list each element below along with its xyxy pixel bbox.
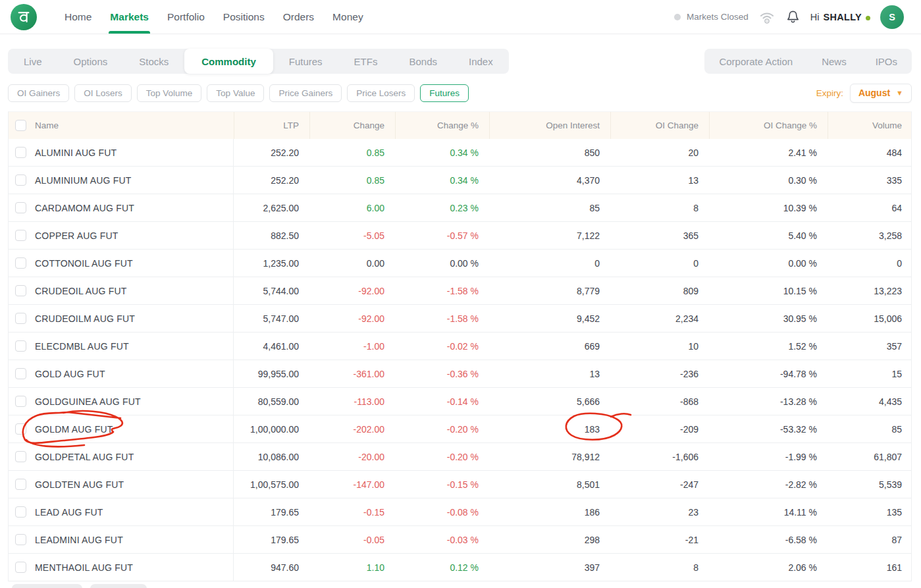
row-checkbox[interactable] <box>15 396 26 407</box>
row-checkbox[interactable] <box>15 285 26 296</box>
row-checkbox[interactable] <box>15 202 26 213</box>
table-row[interactable]: MENTHAOIL AUG FUT 947.60 1.10 0.12 % 397… <box>9 554 911 581</box>
nav-item-home[interactable]: Home <box>55 0 101 34</box>
tab-stocks[interactable]: Stocks <box>123 49 184 74</box>
volume-cell: 484 <box>828 139 912 166</box>
ltp-cell: 2,625.00 <box>234 194 309 221</box>
table-row[interactable]: GOLDM AUG FUT 1,00,000.00 -202.00 -0.20 … <box>9 415 911 443</box>
oi-change-pct-cell: 30.95 % <box>709 305 828 332</box>
ltp-cell: 5,744.00 <box>234 277 309 304</box>
chip-oi-losers[interactable]: OI Losers <box>74 84 132 102</box>
table-row[interactable]: ELECDMBL AUG FUT 4,461.00 -1.00 -0.02 % … <box>9 333 911 360</box>
row-checkbox[interactable] <box>15 506 26 518</box>
row-checkbox[interactable] <box>15 423 26 435</box>
notifications-bell-icon[interactable] <box>785 9 801 24</box>
name-cell: GOLDPETAL AUG FUT <box>9 443 234 470</box>
bottom-pill-button-2[interactable] <box>90 584 147 588</box>
table-row[interactable]: COPPER AUG FUT 882.50 -5.05 -0.57 % 7,12… <box>9 222 911 250</box>
row-checkbox[interactable] <box>15 368 26 379</box>
dhan-logo[interactable] <box>11 4 37 30</box>
row-checkbox[interactable] <box>15 562 26 573</box>
select-all-checkbox[interactable] <box>15 120 26 131</box>
tab-ipos[interactable]: IPOs <box>861 49 912 74</box>
change-cell: 0.85 <box>309 139 395 166</box>
table-row[interactable]: LEADMINI AUG FUT 179.65 -0.05 -0.03 % 29… <box>9 526 911 554</box>
nav-item-portfolio[interactable]: Portfolio <box>158 0 214 34</box>
chip-futures[interactable]: Futures <box>420 84 469 102</box>
open-interest-cell: 397 <box>489 554 610 581</box>
row-checkbox[interactable] <box>15 313 26 324</box>
market-status: Markets Closed <box>674 12 749 22</box>
name-cell: COTTONOIL AUG FUT <box>9 250 234 277</box>
volume-cell: 3,258 <box>828 222 912 249</box>
table-row[interactable]: GOLD AUG FUT 99,955.00 -361.00 -0.36 % 1… <box>9 360 911 388</box>
chip-price-gainers[interactable]: Price Gainers <box>269 84 342 102</box>
name-cell: ELECDMBL AUG FUT <box>9 333 234 360</box>
change-cell: -0.15 <box>309 498 395 525</box>
tab-index[interactable]: Index <box>453 49 509 74</box>
table-row[interactable]: CARDAMOM AUG FUT 2,625.00 6.00 0.23 % 85… <box>9 194 911 222</box>
oi-change-pct-cell: 10.39 % <box>709 194 828 221</box>
row-checkbox[interactable] <box>15 230 26 241</box>
row-checkbox[interactable] <box>15 340 26 352</box>
table-row[interactable]: GOLDTEN AUG FUT 1,00,575.00 -147.00 -0.1… <box>9 471 911 498</box>
column-label-open-interest: Open Interest <box>489 112 610 139</box>
tab-bonds[interactable]: Bonds <box>393 49 453 74</box>
chip-oi-gainers[interactable]: OI Gainers <box>8 84 69 102</box>
row-checkbox[interactable] <box>15 479 26 490</box>
tab-live[interactable]: Live <box>8 49 58 74</box>
change-cell: -1.00 <box>309 333 395 360</box>
chip-price-losers[interactable]: Price Losers <box>347 84 415 102</box>
tab-etfs[interactable]: ETFs <box>338 49 394 74</box>
oi-change-cell: -1,606 <box>610 443 709 470</box>
row-checkbox[interactable] <box>15 174 26 186</box>
row-checkbox[interactable] <box>15 147 26 158</box>
instrument-name: GOLDPETAL AUG FUT <box>35 452 134 462</box>
tab-options[interactable]: Options <box>58 49 124 74</box>
volume-cell: 15,006 <box>828 305 912 332</box>
table-row[interactable]: LEAD AUG FUT 179.65 -0.15 -0.08 % 186 23… <box>9 498 911 526</box>
change-pct-cell: 0.34 % <box>395 139 489 166</box>
change-cell: 1.10 <box>309 554 395 581</box>
chip-top-value[interactable]: Top Value <box>207 84 264 102</box>
oi-change-pct-cell: 0.00 % <box>709 250 828 277</box>
chip-top-volume[interactable]: Top Volume <box>137 84 202 102</box>
tab-commodity[interactable]: Commodity <box>184 49 273 74</box>
open-interest-cell: 5,666 <box>489 388 610 415</box>
tab-corporate-action[interactable]: Corporate Action <box>704 49 807 74</box>
bottom-pill-button-1[interactable] <box>12 584 82 588</box>
oi-change-cell: 23 <box>610 498 709 525</box>
expiry-dropdown[interactable]: August ▼ <box>850 84 912 103</box>
user-avatar[interactable]: S <box>880 5 904 29</box>
oi-change-cell: -868 <box>610 388 709 415</box>
table-row[interactable]: CRUDEOIL AUG FUT 5,744.00 -92.00 -1.58 %… <box>9 277 911 305</box>
volume-cell: 87 <box>828 526 912 553</box>
change-cell: 6.00 <box>309 194 395 221</box>
tab-news[interactable]: News <box>807 49 861 74</box>
ltp-cell: 252.20 <box>234 139 309 166</box>
row-checkbox[interactable] <box>15 451 26 462</box>
ltp-cell: 179.65 <box>234 498 309 525</box>
table-row[interactable]: GOLDGUINEA AUG FUT 80,559.00 -113.00 -0.… <box>9 388 911 415</box>
table-row[interactable]: COTTONOIL AUG FUT 1,235.00 0.00 0.00 % 0… <box>9 250 911 277</box>
change-cell: -92.00 <box>309 305 395 332</box>
table-row[interactable]: GOLDPETAL AUG FUT 10,086.00 -20.00 -0.20… <box>9 443 911 471</box>
volume-cell: 135 <box>828 498 912 525</box>
change-pct-cell: -0.02 % <box>395 333 489 360</box>
dhan-logo-glyph <box>16 10 31 24</box>
connection-wifi-icon[interactable] <box>758 10 776 24</box>
change-pct-cell: 0.12 % <box>395 554 489 581</box>
nav-item-money[interactable]: Money <box>323 0 373 34</box>
table-row[interactable]: ALUMINI AUG FUT 252.20 0.85 0.34 % 850 2… <box>9 139 911 167</box>
nav-item-markets[interactable]: Markets <box>101 0 158 34</box>
tab-futures[interactable]: Futures <box>273 49 338 74</box>
nav-item-orders[interactable]: Orders <box>274 0 323 34</box>
instrument-name: COPPER AUG FUT <box>35 230 118 241</box>
table-row[interactable]: CRUDEOILM AUG FUT 5,747.00 -92.00 -1.58 … <box>9 305 911 333</box>
row-checkbox[interactable] <box>15 534 26 545</box>
volume-cell: 85 <box>828 415 912 442</box>
oi-change-pct-cell: -6.58 % <box>709 526 828 553</box>
nav-item-positions[interactable]: Positions <box>214 0 274 34</box>
row-checkbox[interactable] <box>15 257 26 269</box>
table-row[interactable]: ALUMINIUM AUG FUT 252.20 0.85 0.34 % 4,3… <box>9 167 911 194</box>
